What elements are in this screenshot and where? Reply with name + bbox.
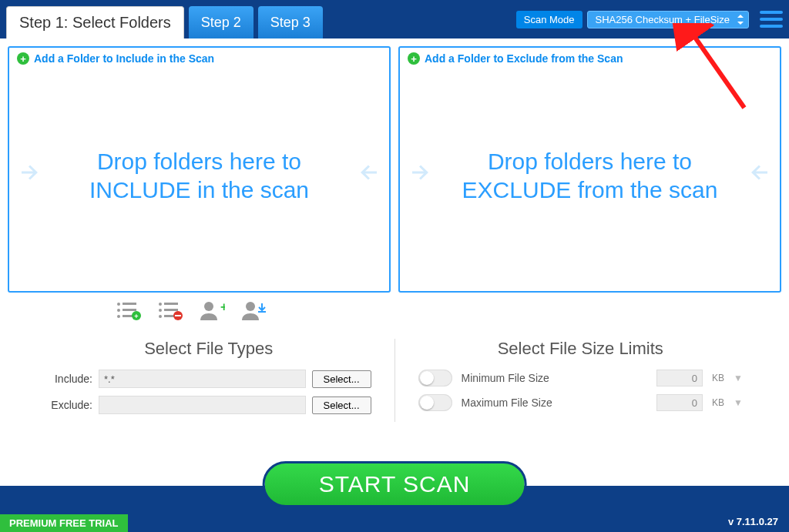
scan-mode-container: Scan Mode SHA256 Checksum + FileSize xyxy=(516,0,749,38)
include-header-text: Add a Folder to Include in the Scan xyxy=(34,52,214,65)
include-types-label: Include: xyxy=(46,373,92,385)
min-size-row: Minimum File Size KB ▼ xyxy=(418,370,744,386)
file-size-title: Select File Size Limits xyxy=(418,339,744,359)
arrow-left-icon xyxy=(744,157,772,194)
start-scan-button[interactable]: START SCAN xyxy=(263,461,527,507)
include-types-select-button[interactable]: Select... xyxy=(312,370,371,388)
min-size-toggle[interactable] xyxy=(418,370,452,386)
include-types-input[interactable] xyxy=(99,370,306,388)
min-size-unit-dropdown-icon[interactable]: ▼ xyxy=(734,373,743,383)
svg-point-12 xyxy=(159,315,162,318)
exclude-types-label: Exclude: xyxy=(46,399,92,411)
bottom-bar: START SCAN PREMIUM FREE TRIAL v 7.11.0.2… xyxy=(0,486,789,532)
min-size-unit: KB xyxy=(712,373,724,383)
file-types-column: Select File Types Include: Select... Exc… xyxy=(23,339,394,422)
svg-text:+: + xyxy=(220,300,225,313)
user-add-icon[interactable]: + xyxy=(199,300,225,320)
exclude-types-select-button[interactable]: Select... xyxy=(312,396,371,414)
plus-circle-icon: + xyxy=(17,52,29,65)
arrow-left-icon xyxy=(354,157,381,194)
svg-rect-3 xyxy=(123,309,136,311)
svg-rect-11 xyxy=(164,309,178,311)
svg-point-4 xyxy=(117,315,120,318)
max-size-unit-dropdown-icon[interactable]: ▼ xyxy=(734,397,743,408)
svg-point-2 xyxy=(117,309,120,312)
svg-text:+: + xyxy=(134,313,138,320)
add-exclude-folder-button[interactable]: + Add a Folder to Exclude from the Scan xyxy=(408,52,772,65)
tab-step-3[interactable]: Step 3 xyxy=(258,6,323,38)
list-add-icon[interactable]: + xyxy=(116,300,142,320)
version-label: v 7.11.0.27 xyxy=(728,516,778,527)
folder-panels-row: + Add a Folder to Include in the Scan Dr… xyxy=(0,38,789,300)
hamburger-menu-icon[interactable] xyxy=(760,0,783,38)
premium-trial-badge[interactable]: PREMIUM FREE TRIAL xyxy=(0,514,128,532)
arrow-right-icon xyxy=(408,157,435,194)
list-remove-icon[interactable] xyxy=(157,300,183,320)
svg-rect-15 xyxy=(175,315,181,316)
add-include-folder-button[interactable]: + Add a Folder to Include in the Scan xyxy=(17,52,381,65)
max-size-input[interactable] xyxy=(656,394,703,411)
min-size-input[interactable] xyxy=(656,370,703,386)
list-toolbar: + + xyxy=(0,300,789,331)
user-import-icon[interactable] xyxy=(240,300,267,320)
arrow-right-icon xyxy=(17,157,45,194)
options-row: Select File Types Include: Select... Exc… xyxy=(0,331,789,433)
max-size-unit: KB xyxy=(712,397,724,408)
exclude-types-row: Exclude: Select... xyxy=(46,396,371,414)
tab-step-1[interactable]: Step 1: Select Folders xyxy=(6,6,184,38)
svg-point-16 xyxy=(204,302,213,311)
app-root: Step 1: Select Folders Step 2 Step 3 Sca… xyxy=(0,0,789,532)
include-folders-panel: + Add a Folder to Include in the Scan Dr… xyxy=(8,46,391,293)
svg-rect-9 xyxy=(164,303,178,305)
max-size-toggle[interactable] xyxy=(418,394,452,411)
exclude-folders-panel: + Add a Folder to Exclude from the Scan … xyxy=(398,46,781,293)
include-drop-text: Drop folders here to INCLUDE in the scan xyxy=(52,147,346,205)
svg-point-18 xyxy=(246,302,255,311)
exclude-drop-text: Drop folders here to EXCLUDE from the sc… xyxy=(443,147,737,205)
svg-point-10 xyxy=(159,309,162,312)
exclude-header-text: Add a Folder to Exclude from the Scan xyxy=(425,52,623,65)
scan-mode-label: Scan Mode xyxy=(516,11,583,28)
exclude-types-input[interactable] xyxy=(99,396,306,414)
svg-rect-1 xyxy=(123,303,136,305)
svg-point-8 xyxy=(159,303,162,306)
include-types-row: Include: Select... xyxy=(46,370,371,388)
max-size-label: Maximum File Size xyxy=(462,396,648,409)
file-size-column: Select File Size Limits Minimum File Siz… xyxy=(394,339,767,422)
exclude-drop-zone[interactable]: Drop folders here to EXCLUDE from the sc… xyxy=(408,65,772,286)
scan-mode-select[interactable]: SHA256 Checksum + FileSize xyxy=(587,11,750,28)
svg-point-0 xyxy=(117,303,120,306)
include-drop-zone[interactable]: Drop folders here to INCLUDE in the scan xyxy=(17,65,381,286)
max-size-row: Maximum File Size KB ▼ xyxy=(418,394,744,411)
plus-circle-icon: + xyxy=(408,52,420,65)
tab-step-2[interactable]: Step 2 xyxy=(189,6,253,38)
min-size-label: Minimum File Size xyxy=(462,372,648,384)
file-types-title: Select File Types xyxy=(46,339,371,359)
top-tab-bar: Step 1: Select Folders Step 2 Step 3 Sca… xyxy=(0,0,789,38)
